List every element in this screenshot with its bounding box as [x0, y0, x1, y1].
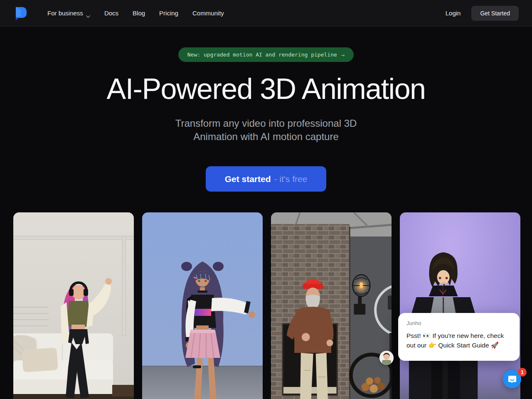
hero-subtitle: Transform any video into professional 3D…	[175, 117, 357, 143]
nav-item-pricing[interactable]: Pricing	[159, 10, 178, 17]
nav-item-label: For business	[47, 10, 83, 17]
chevron-down-icon	[86, 12, 90, 15]
hero-section: New: upgraded motion AI and rendering pi…	[0, 27, 532, 192]
video-card-live-actress[interactable]	[13, 212, 134, 399]
cta-secondary-label: - it's free	[274, 174, 308, 184]
top-navigation: For business Docs Blog Pricing Community…	[0, 0, 532, 27]
nav-item-community[interactable]: Community	[192, 10, 224, 17]
unread-count-badge[interactable]: 1	[518, 368, 527, 377]
chat-sender-name: Junho	[406, 320, 511, 326]
chat-message-text: Psst! 👀 If you're new here, check out ou…	[406, 331, 511, 350]
video-card-anime-girl[interactable]	[142, 212, 263, 399]
chat-message-card[interactable]: Junho Psst! 👀 If you're new here, check …	[398, 313, 520, 361]
chat-message-line1: Psst! 👀 If you're new here, check	[406, 331, 511, 341]
nav-item-for-business[interactable]: For business	[47, 10, 90, 17]
get-started-cta-button[interactable]: Get started - it's free	[206, 166, 327, 192]
video-card-anime-guy[interactable]	[400, 212, 520, 399]
chat-agent-avatar[interactable]	[379, 351, 394, 365]
nav-item-blog[interactable]: Blog	[133, 10, 145, 17]
plask-logo[interactable]	[13, 5, 28, 21]
cta-primary-label: Get started	[225, 174, 271, 184]
page-title: AI-Powered 3D Animation	[106, 74, 425, 103]
announcement-text: New: upgraded motion AI and rendering pi…	[187, 52, 337, 58]
nav-right: Login Get Started	[446, 6, 519, 21]
nav-get-started-button[interactable]: Get Started	[471, 6, 519, 21]
hero-subtitle-line2: Animation with AI motion capture	[175, 130, 357, 143]
nav-item-docs[interactable]: Docs	[104, 10, 118, 17]
arrow-right-icon: →	[341, 52, 345, 58]
login-link[interactable]: Login	[446, 10, 461, 17]
chat-bubble-icon	[507, 374, 517, 384]
nav-links: For business Docs Blog Pricing Community	[47, 10, 224, 17]
chat-message-line2: out our 👉 Quick Start Guide 🚀	[406, 341, 511, 350]
showcase-cards-row	[13, 212, 520, 399]
video-card-live-actor-fireplace[interactable]	[271, 212, 392, 399]
announcement-badge[interactable]: New: upgraded motion AI and rendering pi…	[178, 47, 354, 62]
hero-subtitle-line1: Transform any video into professional 3D	[175, 117, 357, 130]
